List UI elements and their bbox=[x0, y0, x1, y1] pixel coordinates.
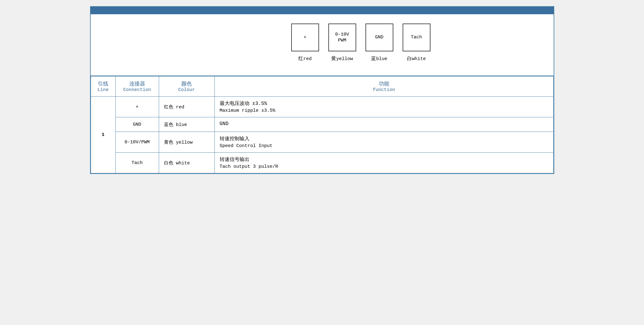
table-body: 1+红色 red最大电压波动 ±3.5%Maximum ripple ±3.5%… bbox=[91, 97, 553, 173]
connector-cn-3: 白 bbox=[407, 56, 412, 62]
connector-label-0: 红red bbox=[291, 55, 319, 63]
connector-en-0: red bbox=[303, 56, 312, 62]
connector-label-2: 蓝blue bbox=[365, 55, 393, 63]
colour-cell-0: 红色 red bbox=[159, 97, 214, 117]
main-table: 引线Line连接器Connection颜色Colour功能function 1+… bbox=[91, 76, 554, 173]
connector-box-2: GND bbox=[365, 24, 393, 51]
line-number: 1 bbox=[102, 132, 104, 137]
connection-cell-0: + bbox=[115, 97, 159, 117]
func-cn-3: 转速信号输出 bbox=[220, 156, 548, 163]
table-section: 引线Line连接器Connection颜色Colour功能function 1+… bbox=[91, 76, 554, 173]
title-bar bbox=[91, 7, 554, 14]
connector-label-3: 白white bbox=[403, 55, 430, 63]
func-cn-1: GND bbox=[220, 121, 548, 127]
header-en-1: Connection bbox=[121, 87, 154, 93]
connector-label-1: 黄yellow bbox=[328, 55, 356, 63]
table-header-1: 连接器Connection bbox=[115, 76, 159, 97]
header-cn-3: 功能 bbox=[220, 80, 548, 87]
connector-labels: 红red黄yellow蓝blue白white bbox=[291, 55, 430, 63]
connector-box-3: Tach bbox=[403, 24, 430, 51]
connector-boxes: +0-10V PWMGNDTach bbox=[291, 24, 430, 51]
diagram-wrapper: +0-10V PWMGNDTach 红red黄yellow蓝blue白white bbox=[291, 24, 430, 63]
colour-cell-1: 蓝色 blue bbox=[159, 117, 214, 132]
connector-en-2: blue bbox=[376, 56, 387, 62]
header-en-0: Line bbox=[96, 87, 110, 93]
connector-box-1: 0-10V PWM bbox=[328, 24, 356, 51]
header-en-3: function bbox=[220, 87, 548, 93]
colour-cell-2: 黄色 yellow bbox=[159, 132, 214, 153]
table-header-0: 引线Line bbox=[91, 76, 115, 97]
func-cn-0: 最大电压波动 ±3.5% bbox=[220, 100, 548, 107]
connection-cell-2: 0-10V/PWM bbox=[115, 132, 159, 153]
connection-cell-3: Tach bbox=[115, 153, 159, 173]
header-cn-1: 连接器 bbox=[121, 80, 154, 87]
colour-cell-3: 白色 white bbox=[159, 153, 214, 173]
connector-en-3: white bbox=[412, 56, 426, 62]
main-container: +0-10V PWMGNDTach 红red黄yellow蓝blue白white… bbox=[90, 6, 554, 174]
func-en-2: Speed Control Input bbox=[220, 143, 548, 149]
func-en-3: Tach output 3 pulse/R bbox=[220, 164, 548, 169]
header-cn-2: 颜色 bbox=[164, 80, 210, 87]
table-row-1: GND蓝色 blueGND bbox=[91, 117, 553, 132]
table-header-3: 功能function bbox=[214, 76, 553, 97]
table-header-row: 引线Line连接器Connection颜色Colour功能function bbox=[91, 76, 553, 97]
function-cell-1: GND bbox=[214, 117, 553, 132]
table-row-3: Tach白色 white转速信号输出Tach output 3 pulse/R bbox=[91, 153, 553, 173]
function-cell-3: 转速信号输出Tach output 3 pulse/R bbox=[214, 153, 553, 173]
connection-cell-1: GND bbox=[115, 117, 159, 132]
function-cell-2: 转速控制输入Speed Control Input bbox=[214, 132, 553, 153]
diagram-section: +0-10V PWMGNDTach 红red黄yellow蓝blue白white bbox=[91, 14, 554, 76]
connector-box-0: + bbox=[291, 24, 319, 51]
table-row-2: 0-10V/PWM黄色 yellow转速控制输入Speed Control In… bbox=[91, 132, 553, 153]
connector-cn-2: 蓝 bbox=[371, 56, 376, 62]
function-cell-0: 最大电压波动 ±3.5%Maximum ripple ±3.5% bbox=[214, 97, 553, 117]
connector-en-1: yellow bbox=[336, 56, 353, 62]
table-header-2: 颜色Colour bbox=[159, 76, 214, 97]
line-number-cell: 1 bbox=[91, 97, 115, 173]
table-row-0: 1+红色 red最大电压波动 ±3.5%Maximum ripple ±3.5% bbox=[91, 97, 553, 117]
connector-cn-0: 红 bbox=[298, 56, 303, 62]
func-en-0: Maximum ripple ±3.5% bbox=[220, 108, 548, 113]
header-en-2: Colour bbox=[164, 87, 210, 93]
header-cn-0: 引线 bbox=[96, 80, 110, 87]
connector-cn-1: 黄 bbox=[331, 56, 336, 62]
func-cn-2: 转速控制输入 bbox=[220, 136, 548, 142]
